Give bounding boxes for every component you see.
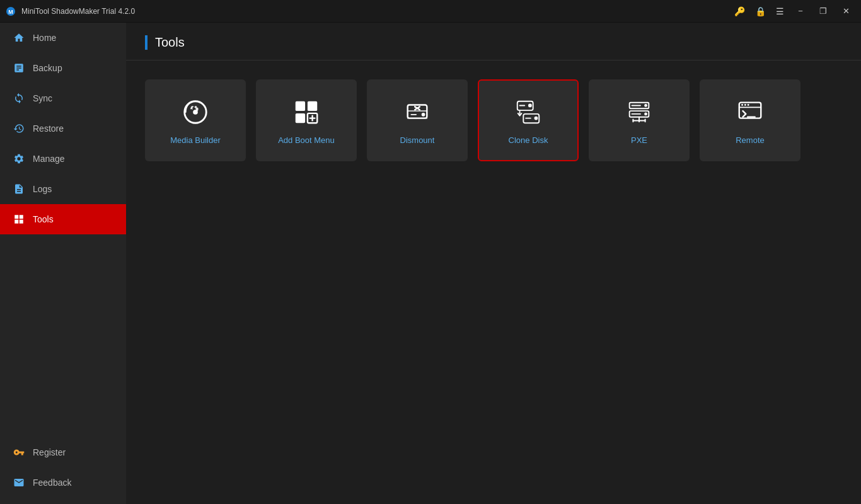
sidebar-bottom: Register Feedback — [0, 437, 126, 504]
menu-icon[interactable]: ☰ — [772, 6, 788, 16]
svg-rect-4 — [296, 101, 305, 110]
media-builder-icon — [180, 96, 211, 128]
app-title: MiniTool ShadowMaker Trial 4.2.0 — [21, 7, 731, 16]
restore-icon — [13, 122, 25, 135]
page-header: Tools — [126, 23, 861, 60]
sidebar-item-restore[interactable]: Restore — [0, 113, 126, 144]
sidebar-item-register[interactable]: Register — [0, 437, 126, 467]
sidebar-item-tools[interactable]: Tools — [0, 204, 126, 234]
svg-text:M: M — [8, 9, 13, 15]
sidebar-item-sync[interactable]: Sync — [0, 83, 126, 113]
sidebar-label-backup: Backup — [33, 63, 62, 73]
tool-card-clone-disk[interactable]: Clone Disk — [478, 79, 579, 161]
sidebar: Home Backup Sync Res — [0, 23, 126, 504]
page-title: Tools — [145, 35, 185, 50]
clone-disk-icon — [512, 96, 544, 128]
minimize-button[interactable]: − — [790, 3, 811, 20]
tool-label-clone-disk: Clone Disk — [509, 135, 548, 145]
tool-label-media-builder: Media Builder — [170, 135, 221, 145]
tools-grid: Media Builder Add Boot Menu — [126, 60, 861, 180]
sync-icon — [13, 92, 25, 105]
svg-point-20 — [535, 116, 538, 120]
sidebar-item-logs[interactable]: Logs — [0, 174, 126, 204]
tool-card-media-builder[interactable]: Media Builder — [145, 79, 246, 161]
svg-rect-6 — [296, 113, 305, 122]
sidebar-label-tools: Tools — [33, 214, 54, 224]
sidebar-label-manage: Manage — [33, 154, 65, 164]
sidebar-label-register: Register — [33, 447, 66, 457]
svg-point-38 — [748, 104, 749, 106]
close-button[interactable]: ✕ — [836, 3, 856, 20]
tool-card-pxe[interactable]: PXE — [589, 79, 690, 161]
sidebar-item-manage[interactable]: Manage — [0, 144, 126, 174]
tools-icon — [13, 213, 25, 226]
tool-label-remote: Remote — [736, 135, 765, 145]
svg-point-26 — [644, 104, 647, 107]
dismount-icon — [402, 96, 433, 128]
backup-icon — [13, 62, 25, 74]
tool-label-dismount: Dismount — [400, 135, 435, 145]
add-boot-menu-icon — [291, 96, 322, 128]
svg-point-36 — [741, 104, 743, 106]
register-icon — [13, 446, 25, 459]
pxe-icon — [623, 96, 655, 128]
logs-icon — [13, 183, 25, 195]
sidebar-item-feedback[interactable]: Feedback — [0, 467, 126, 498]
sidebar-label-logs: Logs — [33, 184, 52, 194]
tool-card-dismount[interactable]: Dismount — [367, 79, 468, 161]
svg-point-17 — [528, 103, 532, 107]
sidebar-label-sync: Sync — [33, 93, 52, 103]
sidebar-label-feedback: Feedback — [33, 478, 71, 488]
manage-icon — [13, 152, 25, 165]
title-bar: M MiniTool ShadowMaker Trial 4.2.0 🔑 🔒 ☰… — [0, 0, 861, 23]
svg-rect-5 — [308, 101, 317, 110]
svg-point-25 — [644, 112, 647, 115]
home-icon — [13, 32, 25, 44]
tool-card-add-boot-menu[interactable]: Add Boot Menu — [256, 79, 357, 161]
sidebar-item-backup[interactable]: Backup — [0, 53, 126, 83]
tool-label-pxe: PXE — [631, 135, 647, 145]
tool-card-remote[interactable]: Remote — [700, 79, 800, 161]
app-icon: M — [5, 6, 16, 17]
svg-point-37 — [744, 104, 746, 106]
svg-point-12 — [422, 112, 425, 116]
sidebar-label-home: Home — [33, 33, 56, 43]
feedback-icon — [13, 476, 25, 489]
sidebar-item-home[interactable]: Home — [0, 23, 126, 53]
remote-icon — [734, 96, 766, 128]
tool-label-add-boot-menu: Add Boot Menu — [278, 135, 335, 145]
restore-button[interactable]: ❐ — [813, 3, 833, 20]
app-body: Home Backup Sync Res — [0, 23, 861, 504]
sidebar-label-restore: Restore — [33, 123, 64, 134]
main-content: Tools Media Builder — [126, 23, 861, 504]
key-icon[interactable]: 🔑 — [731, 6, 749, 16]
window-controls: 🔑 🔒 ☰ − ❐ ✕ — [731, 3, 856, 20]
lock-icon[interactable]: 🔒 — [751, 6, 770, 16]
